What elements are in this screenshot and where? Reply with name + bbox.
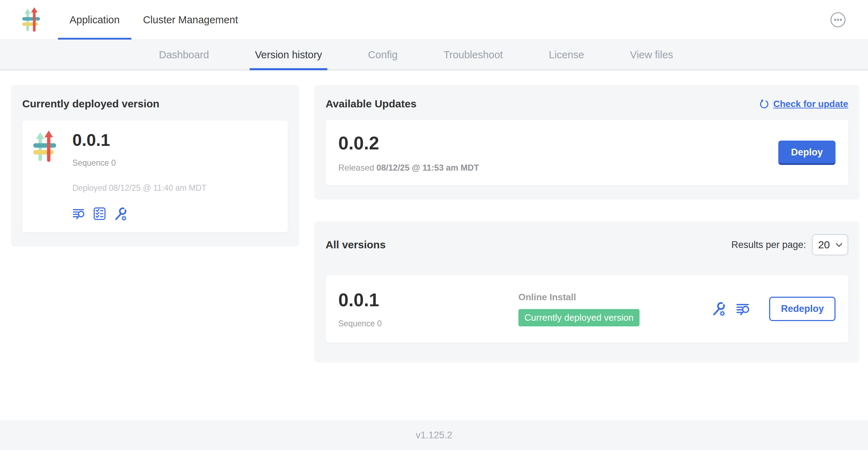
tab-cluster-management[interactable]: Cluster Management — [131, 0, 250, 40]
update-released-line: Released 08/12/25 @ 11:53 am MDT — [338, 163, 479, 173]
deployed-actions — [72, 207, 207, 221]
update-card: 0.0.2 Released 08/12/25 @ 11:53 am MDT D… — [326, 120, 848, 185]
deployed-sequence: Sequence 0 — [72, 158, 207, 168]
refresh-icon — [759, 98, 770, 109]
deployed-timestamp: Deployed 08/12/25 @ 11:40 am MDT — [72, 183, 207, 193]
currently-deployed-panel: Currently deployed version 0.0.1 Sequenc… — [11, 85, 299, 247]
row-version-number: 0.0.1 — [338, 289, 518, 310]
primary-tabs: Application Cluster Management — [58, 0, 250, 40]
all-versions-panel: All versions Results per page: 20 — [314, 221, 860, 362]
all-versions-title: All versions — [326, 239, 386, 251]
available-updates-panel: Available Updates Check for update 0.0.2 — [314, 85, 860, 200]
console-version: v1.125.2 — [416, 430, 452, 441]
app-logo-icon — [33, 130, 58, 221]
right-column: Available Updates Check for update 0.0.2 — [314, 85, 860, 362]
released-label: Released — [338, 163, 374, 172]
preflight-checks-icon[interactable] — [93, 207, 106, 221]
currently-deployed-title: Currently deployed version — [22, 98, 288, 110]
deployed-version-card: 0.0.1 Sequence 0 Deployed 08/12/25 @ 11:… — [22, 120, 288, 232]
main-content: Currently deployed version 0.0.1 Sequenc… — [0, 70, 868, 420]
install-type-label: Online Install — [518, 292, 640, 303]
row-sequence: Sequence 0 — [338, 319, 518, 328]
results-per-page-label: Results per page: — [731, 239, 806, 250]
view-logs-icon[interactable] — [736, 302, 751, 316]
deployed-version-number: 0.0.1 — [72, 130, 207, 150]
version-row: 0.0.1 Sequence 0 Online Install Currentl… — [326, 275, 848, 343]
subnav-config[interactable]: Config — [363, 40, 403, 70]
check-for-update-link[interactable]: Check for update — [759, 98, 848, 109]
view-logs-icon[interactable] — [72, 207, 86, 221]
app-footer: v1.125.2 — [0, 420, 868, 450]
currently-deployed-badge: Currently deployed version — [518, 309, 640, 326]
check-for-update-label[interactable]: Check for update — [773, 99, 848, 109]
update-version-number: 0.0.2 — [338, 132, 479, 154]
chevron-down-icon — [836, 242, 843, 247]
subnav-version-history[interactable]: Version history — [250, 40, 327, 70]
edit-config-icon[interactable] — [711, 302, 726, 316]
app-subnav: Dashboard Version history Config Trouble… — [0, 40, 868, 70]
tab-application[interactable]: Application — [58, 0, 131, 40]
app-logo-icon — [22, 7, 42, 40]
edit-config-icon[interactable] — [113, 207, 127, 221]
redeploy-button[interactable]: Redeploy — [769, 297, 836, 321]
app-header: Application Cluster Management — [0, 0, 868, 40]
subnav-license[interactable]: License — [543, 40, 589, 70]
results-per-page-select[interactable]: 20 — [812, 234, 848, 255]
subnav-dashboard[interactable]: Dashboard — [154, 40, 214, 70]
released-date: 08/12/25 @ 11:53 am MDT — [376, 163, 479, 172]
subnav-view-files[interactable]: View files — [625, 40, 678, 70]
deploy-button[interactable]: Deploy — [778, 141, 836, 165]
subnav-troubleshoot[interactable]: Troubleshoot — [438, 40, 508, 70]
available-updates-title: Available Updates — [326, 98, 416, 110]
results-per-page-value: 20 — [818, 239, 830, 251]
ellipsis-menu-icon[interactable] — [830, 12, 846, 28]
